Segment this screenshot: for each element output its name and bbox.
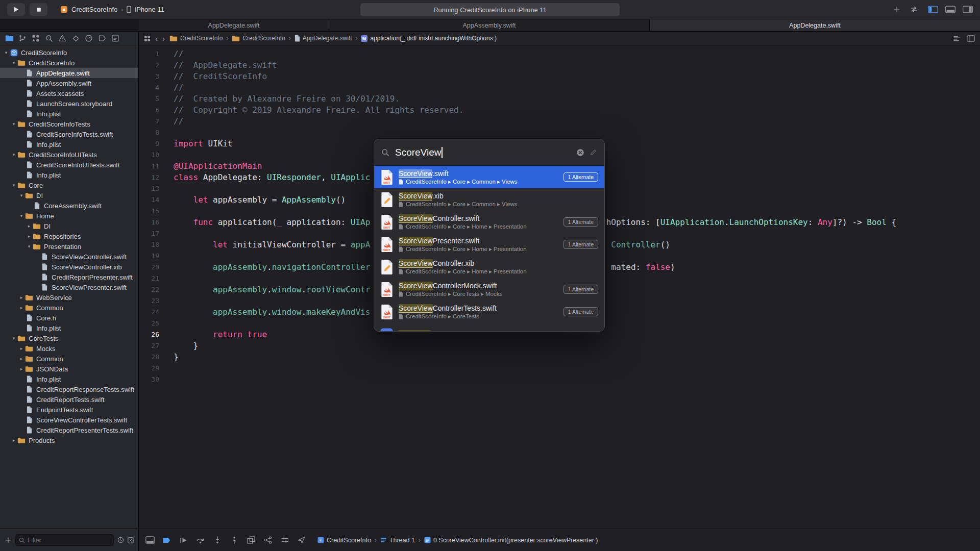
tree-item[interactable]: ScoreViewController.swift — [0, 252, 138, 262]
tree-item[interactable]: ▸Repositories — [0, 231, 138, 241]
code-line[interactable]: 28} — [139, 352, 980, 363]
add-file-icon[interactable] — [5, 537, 12, 544]
open-quickly-result[interactable]: SWIFTScoreView.swiftCreditScoreInfo ▸ Co… — [374, 166, 604, 188]
line-number[interactable]: 12 — [139, 172, 159, 183]
line-number[interactable]: 25 — [139, 318, 159, 329]
tree-item[interactable]: ▾Presentation — [0, 241, 138, 252]
line-number[interactable]: 29 — [139, 363, 159, 374]
toggle-navigator-button[interactable] — [928, 6, 938, 13]
tree-item[interactable]: ▾Core — [0, 180, 138, 190]
code-line[interactable]: 8 — [139, 127, 980, 138]
disclosure-right-icon[interactable]: ▸ — [18, 295, 24, 300]
editor-tab[interactable]: AppAssembly.swift — [329, 19, 650, 31]
project-navigator-icon[interactable] — [5, 34, 14, 43]
code-line[interactable]: 7// — [139, 116, 980, 127]
tree-item[interactable]: ▸Common — [0, 354, 138, 364]
editor-tab[interactable]: AppDelegate.swift — [139, 19, 329, 31]
disclosure-down-icon[interactable]: ▾ — [18, 193, 24, 198]
tree-item[interactable]: Info.plist — [0, 139, 138, 149]
code-review-button[interactable] — [910, 6, 919, 13]
tree-item[interactable]: ▾CoreTests — [0, 333, 138, 343]
tree-item[interactable]: ScoreViewPresenter.swift — [0, 282, 138, 292]
line-number[interactable]: 26 — [139, 329, 159, 340]
line-number[interactable]: 17 — [139, 228, 159, 239]
line-number[interactable]: 24 — [139, 307, 159, 318]
line-number[interactable]: 28 — [139, 352, 159, 363]
disclosure-down-icon[interactable]: ▾ — [11, 336, 17, 341]
find-navigator-icon[interactable] — [44, 34, 54, 43]
open-quickly-input[interactable]: ScoreView — [395, 147, 597, 158]
disclosure-right-icon[interactable]: ▸ — [18, 356, 24, 361]
line-number[interactable]: 4 — [139, 82, 159, 93]
line-number[interactable]: 30 — [139, 374, 159, 385]
tree-item[interactable]: ▸DI — [0, 221, 138, 231]
simulate-location-icon[interactable] — [297, 536, 306, 544]
tree-item[interactable]: CreditReportTests.swift — [0, 394, 138, 405]
breadcrumb-item[interactable]: CreditScoreInfo — [232, 35, 285, 42]
tree-item[interactable]: ▾Home — [0, 211, 138, 221]
back-button[interactable]: ‹ — [155, 35, 158, 42]
scheme-selector[interactable]: CreditScoreInfo › iPhone 11 — [60, 6, 164, 13]
step-over-icon[interactable] — [195, 536, 205, 544]
step-into-icon[interactable] — [212, 536, 222, 544]
tree-item[interactable]: ▾CreditScoreInfo — [0, 47, 138, 58]
continue-icon[interactable] — [179, 536, 188, 544]
tree-item[interactable]: Info.plist — [0, 374, 138, 384]
run-button[interactable] — [7, 3, 25, 16]
line-number[interactable]: 1 — [139, 48, 159, 60]
line-number[interactable]: 8 — [139, 127, 159, 138]
scm-status-filter-icon[interactable] — [128, 537, 134, 543]
tree-item[interactable]: CoreAssembly.swift — [0, 201, 138, 211]
line-number[interactable]: 6 — [139, 105, 159, 116]
disclosure-down-icon[interactable]: ▾ — [11, 121, 17, 127]
source-control-navigator-icon[interactable] — [18, 34, 27, 43]
disclosure-right-icon[interactable]: ▸ — [18, 366, 24, 371]
tree-item[interactable]: ▸Mocks — [0, 343, 138, 354]
line-number[interactable]: 14 — [139, 194, 159, 206]
line-number[interactable]: 18 — [139, 239, 159, 251]
code-line[interactable]: 5// Created by Alexandre Freire on 30/01… — [139, 93, 980, 105]
environment-overrides-icon[interactable] — [280, 536, 289, 544]
debug-breadcrumb-item[interactable]: Thread 1 — [380, 537, 415, 544]
open-quickly-result[interactable]: ScoreView.xibCreditScoreInfo ▸ Core ▸ Co… — [374, 188, 604, 211]
minimap-icon[interactable] — [953, 35, 961, 42]
tree-item[interactable]: ▾DI — [0, 190, 138, 201]
recent-files-filter-icon[interactable] — [117, 537, 124, 543]
report-navigator-icon[interactable] — [111, 34, 120, 43]
open-quickly-result[interactable]: SWIFTScoreViewControllerTests.swiftCredi… — [374, 300, 604, 323]
disclosure-right-icon[interactable]: ▸ — [11, 438, 17, 443]
disclosure-down-icon[interactable]: ▾ — [3, 50, 9, 55]
line-number[interactable]: 27 — [139, 340, 159, 352]
toggle-debug-area-button[interactable] — [945, 6, 955, 13]
tree-item[interactable]: CreditReportPresenterTests.swift — [0, 425, 138, 435]
scribble-icon[interactable] — [590, 148, 597, 157]
tree-item[interactable]: CreditReportPresenter.swift — [0, 272, 138, 282]
disclosure-right-icon[interactable]: ▸ — [18, 305, 24, 310]
breadcrumb-item[interactable]: CreditScoreInfo — [169, 35, 223, 42]
filter-field[interactable]: Filter — [15, 534, 114, 546]
code-line[interactable]: 29 — [139, 363, 980, 374]
disclosure-down-icon[interactable]: ▾ — [11, 60, 17, 65]
line-number[interactable]: 15 — [139, 206, 159, 217]
open-quickly-result[interactable]: SWIFTScoreViewPresenter.swiftCreditScore… — [374, 233, 604, 256]
code-line[interactable]: 6// Copyright © 2019 Alexandre Freire. A… — [139, 105, 980, 116]
tree-item[interactable]: ▾CreditScoreInfoUITests — [0, 149, 138, 160]
tree-item[interactable]: CreditScoreInfoUITests.swift — [0, 160, 138, 170]
line-number[interactable]: 3 — [139, 71, 159, 82]
line-number[interactable]: 13 — [139, 183, 159, 194]
breakpoint-navigator-icon[interactable] — [97, 34, 107, 43]
tree-item[interactable]: Assets.xcassets — [0, 88, 138, 98]
tree-item[interactable]: AppDelegate.swift — [0, 68, 138, 78]
disclosure-down-icon[interactable]: ▾ — [11, 152, 17, 157]
activate-breakpoints-icon[interactable] — [162, 536, 172, 544]
stop-button[interactable] — [30, 3, 47, 16]
tree-item[interactable]: CreditReportResponseTests.swift — [0, 384, 138, 394]
code-line[interactable]: 3// CreditScoreInfo — [139, 71, 980, 82]
open-quickly-result[interactable]: SWIFTScoreViewControllerMock.swiftCredit… — [374, 278, 604, 300]
line-number[interactable]: 19 — [139, 251, 159, 262]
tree-item[interactable]: LaunchScreen.storyboard — [0, 98, 138, 109]
disclosure-down-icon[interactable]: ▾ — [11, 183, 17, 188]
tree-item[interactable]: Info.plist — [0, 109, 138, 119]
line-number[interactable]: 21 — [139, 273, 159, 284]
disclosure-right-icon[interactable]: ▸ — [26, 234, 32, 239]
